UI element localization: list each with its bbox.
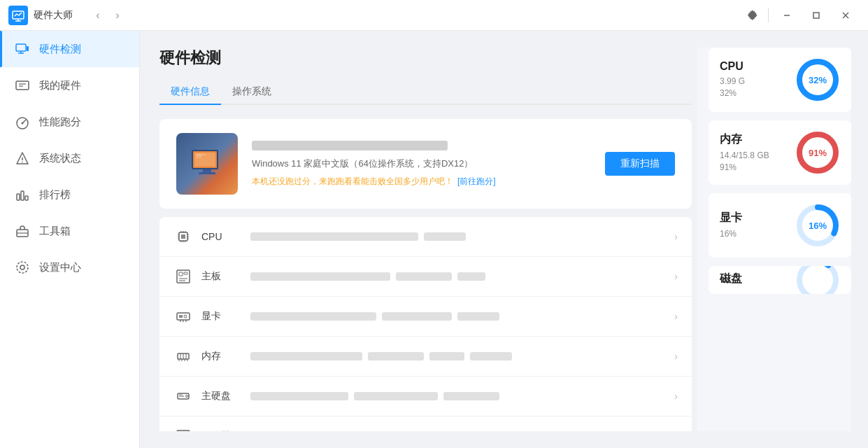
gpu-label: 显卡 — [201, 310, 250, 323]
my-hardware-icon — [14, 77, 31, 94]
app-icon — [8, 6, 28, 25]
monitor-arrow: › — [674, 430, 678, 431]
sidebar-item-benchmark[interactable]: 性能跑分 — [0, 104, 139, 140]
close-button[interactable] — [832, 4, 860, 27]
svg-rect-20 — [21, 191, 24, 200]
settings-button[interactable] — [741, 4, 764, 27]
title-bar: 硬件大师 ‹ › — [0, 0, 868, 31]
cpu-value-block2 — [424, 232, 466, 241]
svg-rect-53 — [179, 315, 183, 318]
page-title: 硬件检测 — [159, 48, 692, 69]
cpu-value-block1 — [250, 232, 418, 241]
disk-stat-info: 磁盘 — [720, 272, 787, 289]
mem-val4 — [470, 352, 512, 360]
svg-rect-7 — [16, 44, 26, 51]
svg-rect-34 — [181, 234, 185, 239]
svg-point-54 — [184, 315, 187, 318]
memory-donut-label: 91% — [809, 148, 827, 158]
mb-val3 — [457, 272, 485, 281]
svg-rect-29 — [203, 169, 211, 172]
mem-arrow: › — [674, 351, 678, 362]
sidebar-label-ranking: 排行榜 — [39, 188, 71, 202]
svg-point-16 — [22, 122, 24, 125]
hw-item-memory[interactable]: 内存 › — [159, 337, 692, 377]
hardware-check-icon — [14, 41, 31, 57]
disk-donut — [795, 266, 840, 294]
sidebar-item-toolbox[interactable]: 工具箱 — [0, 213, 139, 249]
cpu-stat-name: CPU — [720, 60, 787, 73]
svg-rect-52 — [177, 313, 190, 320]
svg-point-81 — [799, 266, 836, 294]
svg-rect-19 — [17, 194, 20, 200]
sidebar-item-my-hardware[interactable]: 我的硬件 — [0, 67, 139, 104]
ranking-icon — [14, 186, 31, 203]
sidebar-item-hardware-check[interactable]: 硬件检测 — [0, 31, 139, 67]
nav-forward[interactable]: › — [109, 7, 126, 24]
sidebar-item-ranking[interactable]: 排行榜 — [0, 176, 139, 213]
gpu-stat-name: 显卡 — [720, 211, 787, 225]
hardware-list: CPU › — [159, 217, 692, 431]
svg-rect-21 — [25, 196, 28, 200]
hw-item-hdd[interactable]: 主硬盘 › — [159, 377, 692, 416]
content-area: 硬件检测 硬件信息 操作系统 — [140, 31, 868, 448]
promo-text: 本机还没跑过分，来跑跑看看能击败全国多少用户吧！ — [252, 176, 453, 188]
hw-item-cpu[interactable]: CPU › — [159, 217, 692, 257]
memory-stat-info: 内存 14.4/15.8 GB 91% — [720, 132, 787, 174]
gpu-value — [250, 312, 669, 321]
hw-item-gpu[interactable]: 显卡 › — [159, 297, 692, 337]
monitor-icon — [173, 426, 193, 431]
sidebar-label-my-hardware: 我的硬件 — [39, 79, 81, 92]
promo-link[interactable]: [前往跑分] — [457, 176, 496, 188]
main-content: 硬件检测 硬件信息 操作系统 — [159, 48, 697, 431]
mem-val1 — [250, 352, 362, 360]
gpu-val2 — [382, 312, 452, 321]
svg-point-67 — [186, 396, 188, 398]
mem-val2 — [368, 352, 424, 360]
svg-rect-11 — [16, 81, 29, 90]
stat-card-memory: 内存 14.4/15.8 GB 91% 91% — [709, 120, 851, 185]
cpu-stat-info: CPU 3.99 G 32% — [720, 60, 787, 99]
sidebar-label-benchmark: 性能跑分 — [39, 115, 81, 129]
svg-rect-70 — [177, 430, 190, 431]
hdd-value — [250, 392, 669, 400]
minimize-button[interactable] — [773, 4, 801, 27]
motherboard-value — [250, 272, 669, 281]
hw-item-monitor[interactable]: 显示器 › — [159, 416, 692, 431]
rescan-button[interactable]: 重新扫描 — [605, 152, 675, 176]
toolbox-icon — [14, 223, 31, 239]
cpu-stat-detail: 3.99 G 32% — [720, 76, 787, 99]
mb-arrow: › — [674, 271, 678, 282]
stat-card-disk: 磁盘 — [709, 266, 851, 294]
tab-os[interactable]: 操作系统 — [221, 80, 283, 105]
mb-val1 — [250, 272, 390, 281]
memory-donut: 91% — [795, 130, 840, 175]
cpu-value — [250, 232, 669, 241]
svg-rect-48 — [179, 272, 183, 276]
pc-promo: 本机还没跑过分，来跑跑看看能击败全国多少用户吧！ [前往跑分] — [252, 176, 591, 188]
sidebar-item-system-status[interactable]: 系统状态 — [0, 140, 139, 176]
system-status-icon — [14, 150, 31, 167]
title-bar-right — [741, 4, 860, 27]
nav-arrows: ‹ › — [90, 7, 126, 24]
overview-card: Windows 11 家庭中文版（64位操作系统，支持DX12） 本机还没跑过分… — [159, 119, 692, 209]
hdd-val2 — [354, 392, 438, 400]
memory-stat-detail: 14.4/15.8 GB 91% — [720, 150, 787, 174]
gpu-stat-detail: 16% — [720, 228, 787, 240]
hw-item-motherboard[interactable]: 主板 › — [159, 257, 692, 297]
divider — [768, 8, 769, 22]
stat-card-cpu: CPU 3.99 G 32% 32% — [709, 48, 851, 112]
svg-point-24 — [20, 265, 24, 270]
app-title: 硬件大师 — [34, 9, 73, 22]
stat-card-gpu: 显卡 16% 16% — [709, 193, 851, 258]
pc-image — [176, 133, 238, 195]
hdd-icon — [173, 386, 193, 406]
cpu-arrow: › — [674, 231, 678, 242]
nav-back[interactable]: ‹ — [90, 7, 106, 24]
sidebar-item-settings[interactable]: 设置中心 — [0, 249, 139, 286]
sidebar: 硬件检测 我的硬件 性能跑分 — [0, 31, 140, 448]
svg-point-25 — [17, 262, 28, 273]
tab-hardware-info[interactable]: 硬件信息 — [159, 80, 221, 105]
pc-name-blurred — [252, 141, 448, 150]
motherboard-label: 主板 — [201, 270, 250, 283]
maximize-button[interactable] — [802, 4, 830, 27]
